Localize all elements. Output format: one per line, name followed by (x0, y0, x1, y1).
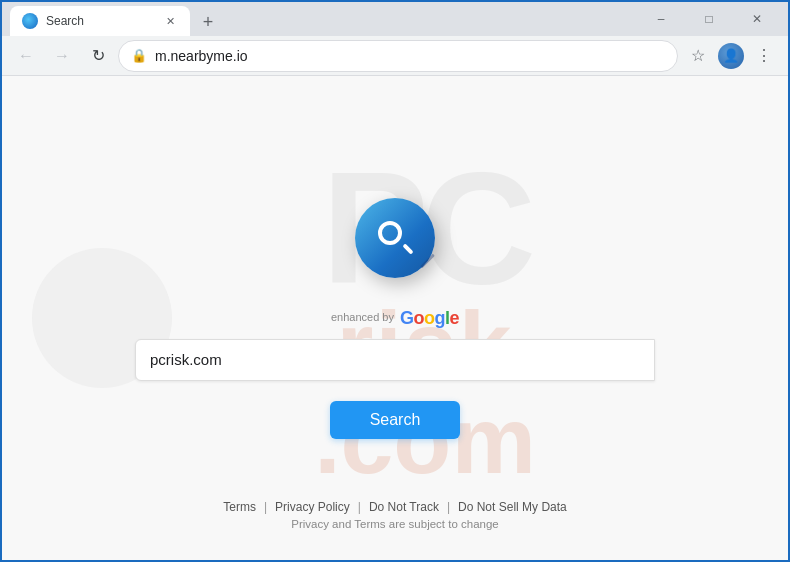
search-input-wrap[interactable] (135, 339, 655, 381)
active-tab[interactable]: Search ✕ (10, 6, 190, 36)
window-controls: – □ ✕ (638, 2, 780, 36)
tabs-area: Search ✕ + (10, 2, 638, 36)
footer-dsmd-link[interactable]: Do Not Sell My Data (458, 500, 567, 514)
enhanced-by-row: enhanced by Google (331, 308, 459, 329)
browser-frame: Search ✕ + – □ ✕ ← → ↻ 🔒 m.nearbyme.io ☆… (2, 2, 788, 560)
bookmark-button[interactable]: ☆ (682, 40, 714, 72)
refresh-button[interactable]: ↻ (82, 40, 114, 72)
page-content: PC risk .com enhanced by Google (2, 76, 788, 560)
back-button[interactable]: ← (10, 40, 42, 72)
address-bar[interactable]: 🔒 m.nearbyme.io (118, 40, 678, 72)
lock-icon: 🔒 (131, 48, 147, 63)
footer-note: Privacy and Terms are subject to change (291, 518, 499, 530)
google-o2: o (424, 308, 435, 329)
search-row (135, 339, 655, 381)
menu-button[interactable]: ⋮ (748, 40, 780, 72)
search-container: enhanced by Google Search (135, 198, 655, 439)
address-text: m.nearbyme.io (155, 48, 665, 64)
magnifier-glass (378, 221, 402, 245)
footer-dnt-link[interactable]: Do Not Track (369, 500, 439, 514)
google-logo: Google (400, 308, 459, 329)
window-close-button[interactable]: ✕ (734, 2, 780, 36)
search-button[interactable]: Search (330, 401, 461, 439)
footer-top-links: Terms | Privacy Policy | Do Not Track | … (223, 500, 566, 514)
navigation-bar: ← → ↻ 🔒 m.nearbyme.io ☆ 👤 ⋮ (2, 36, 788, 76)
search-input[interactable] (150, 351, 640, 368)
new-tab-button[interactable]: + (194, 8, 222, 36)
google-o1: o (413, 308, 424, 329)
nav-right-controls: ☆ 👤 ⋮ (682, 40, 780, 72)
tab-favicon (22, 13, 38, 29)
google-g2: g (434, 308, 445, 329)
enhanced-by-text: enhanced by (331, 311, 394, 324)
google-g: G (400, 308, 414, 329)
magnifier-handle (402, 243, 413, 254)
footer-links: Terms | Privacy Policy | Do Not Track | … (223, 500, 566, 530)
google-e: e (450, 308, 460, 329)
tab-title: Search (46, 14, 154, 28)
profile-avatar[interactable]: 👤 (718, 43, 744, 69)
footer-privacy-link[interactable]: Privacy Policy (275, 500, 350, 514)
forward-button[interactable]: → (46, 40, 78, 72)
tab-close-button[interactable]: ✕ (162, 13, 178, 29)
search-btn-row: Search (135, 401, 655, 439)
title-bar: Search ✕ + – □ ✕ (2, 2, 788, 36)
maximize-button[interactable]: □ (686, 2, 732, 36)
magnifier-icon (378, 221, 412, 255)
footer-terms-link[interactable]: Terms (223, 500, 256, 514)
search-icon-circle (355, 198, 435, 278)
minimize-button[interactable]: – (638, 2, 684, 36)
